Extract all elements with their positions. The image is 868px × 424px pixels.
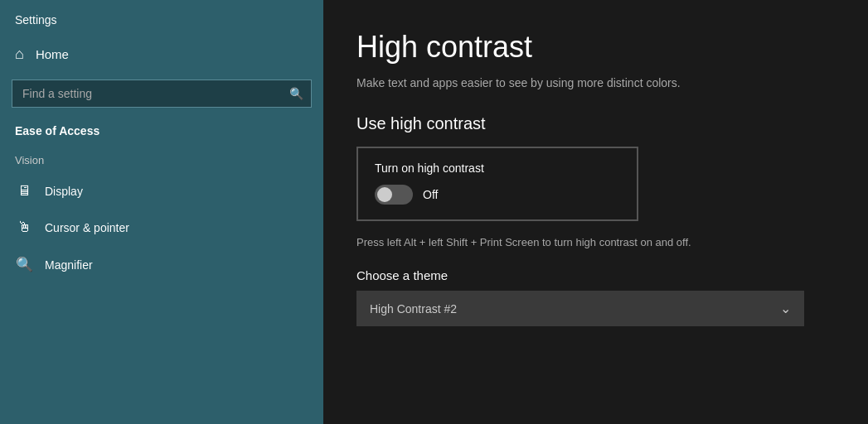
cursor-icon: 🖱 — [15, 219, 33, 236]
toggle-track — [375, 185, 413, 205]
toggle-thumb — [377, 187, 392, 202]
theme-dropdown[interactable]: High Contrast #2 ⌄ — [356, 291, 804, 326]
search-box: 🔍 — [12, 80, 312, 108]
home-label: Home — [36, 47, 69, 61]
toggle-row: Off — [375, 185, 620, 205]
search-input[interactable] — [12, 80, 312, 108]
home-icon: ⌂ — [15, 46, 24, 61]
sidebar-item-magnifier[interactable]: 🔍 Magnifier — [0, 246, 323, 283]
sidebar-item-display[interactable]: 🖥 Display — [0, 173, 323, 210]
theme-selected-value: High Contrast #2 — [370, 302, 457, 316]
magnifier-label: Magnifier — [45, 258, 93, 272]
sidebar-item-cursor[interactable]: 🖱 Cursor & pointer — [0, 210, 323, 246]
display-label: Display — [45, 185, 83, 198]
page-subtitle: Make text and apps easier to see by usin… — [356, 76, 835, 89]
ease-of-access-heading: Ease of Access — [0, 118, 323, 149]
vision-label: Vision — [0, 149, 323, 173]
cursor-label: Cursor & pointer — [45, 221, 129, 234]
choose-theme-label: Choose a theme — [356, 268, 835, 282]
hint-text: Press left Alt + left Shift + Print Scre… — [356, 236, 821, 248]
display-icon: 🖥 — [15, 183, 33, 200]
sidebar: Settings ⌂ Home 🔍 Ease of Access Vision … — [0, 0, 323, 424]
magnifier-icon: 🔍 — [15, 256, 33, 273]
toggle-card: Turn on high contrast Off — [356, 147, 638, 221]
high-contrast-toggle[interactable] — [375, 185, 413, 205]
main-content: High contrast Make text and apps easier … — [323, 0, 868, 424]
app-title: Settings — [0, 0, 323, 35]
chevron-down-icon: ⌄ — [780, 301, 791, 316]
toggle-state-label: Off — [423, 188, 438, 201]
toggle-card-title: Turn on high contrast — [375, 161, 620, 175]
page-title: High contrast — [356, 30, 835, 65]
section-title: Use high contrast — [356, 114, 835, 133]
home-nav-item[interactable]: ⌂ Home — [0, 35, 323, 73]
